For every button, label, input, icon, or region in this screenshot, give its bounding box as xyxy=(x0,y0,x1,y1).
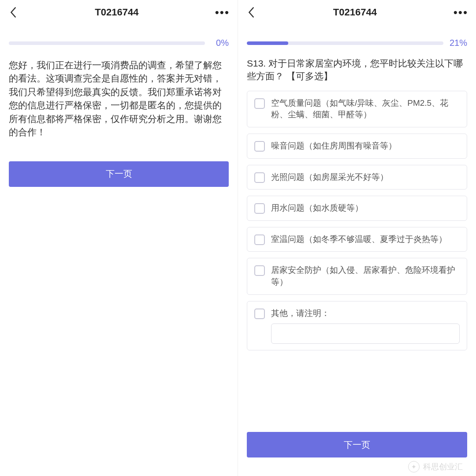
header: T0216744 ••• xyxy=(238,0,476,25)
watermark-text: 科思创业汇 xyxy=(423,461,463,472)
option-item[interactable]: 用水问题（如水质硬等） xyxy=(247,196,467,221)
page-title: T0216744 xyxy=(95,7,138,18)
watermark: ✦ 科思创业汇 xyxy=(408,461,463,472)
back-icon[interactable] xyxy=(246,7,257,18)
header: T0216744 ••• xyxy=(0,0,238,25)
option-label: 居家安全防护（如入侵、居家看护、危险环境看护等） xyxy=(271,264,460,288)
back-icon[interactable] xyxy=(8,7,19,18)
checkbox-icon[interactable] xyxy=(254,172,265,183)
option-item-other[interactable]: 其他，请注明： xyxy=(247,301,467,351)
option-item[interactable]: 室温问题（如冬季不够温暖、夏季过于炎热等） xyxy=(247,227,467,252)
survey-panel-question: T0216744 ••• 21% S13. 对于日常家居室内环境，您平时比较关注… xyxy=(238,0,476,476)
option-item[interactable]: 居家安全防护（如入侵、居家看护、危险环境看护等） xyxy=(247,258,467,294)
progress-percent: 21% xyxy=(448,38,467,48)
option-list: 空气质量问题（如气味/异味、灰尘、PM2.5、花粉、尘螨、细菌、甲醛等） 噪音问… xyxy=(238,83,476,350)
more-icon[interactable]: ••• xyxy=(215,6,230,19)
question-text: S13. 对于日常家居室内环境，您平时比较关注以下哪些方面？ 【可多选】 xyxy=(238,52,476,83)
option-label: 光照问题（如房屋采光不好等） xyxy=(271,171,388,183)
wechat-icon: ✦ xyxy=(408,461,420,472)
option-item[interactable]: 噪音问题（如住房周围有噪音等） xyxy=(247,134,467,159)
option-label: 其他，请注明： xyxy=(271,308,330,320)
next-button[interactable]: 下一页 xyxy=(247,432,467,457)
checkbox-icon[interactable] xyxy=(254,203,265,214)
more-icon[interactable]: ••• xyxy=(454,6,468,19)
option-label: 用水问题（如水质硬等） xyxy=(271,202,363,214)
option-label: 室温问题（如冬季不够温暖、夏季过于炎热等） xyxy=(271,234,447,245)
checkbox-icon[interactable] xyxy=(254,98,265,109)
next-button[interactable]: 下一页 xyxy=(9,161,229,187)
intro-text: 您好，我们正在进行一项消费品的调查，希望了解您的看法。这项调查完全是自愿性的，答… xyxy=(0,52,238,139)
progress-percent: 0% xyxy=(209,38,229,48)
checkbox-icon[interactable] xyxy=(254,141,265,152)
progress: 21% xyxy=(238,25,476,52)
progress-bar xyxy=(247,41,443,45)
progress-bar xyxy=(9,41,205,45)
other-input[interactable] xyxy=(271,324,460,344)
survey-panel-intro: T0216744 ••• 0% 您好，我们正在进行一项消费品的调查，希望了解您的… xyxy=(0,0,238,476)
page-title: T0216744 xyxy=(333,7,377,18)
bottom-bar: 下一页 xyxy=(238,432,476,457)
option-label: 空气质量问题（如气味/异味、灰尘、PM2.5、花粉、尘螨、细菌、甲醛等） xyxy=(271,97,460,121)
checkbox-icon[interactable] xyxy=(254,309,265,319)
progress-fill xyxy=(247,41,288,45)
checkbox-icon[interactable] xyxy=(254,234,265,245)
progress: 0% xyxy=(0,25,238,52)
option-item[interactable]: 光照问题（如房屋采光不好等） xyxy=(247,165,467,190)
option-label: 噪音问题（如住房周围有噪音等） xyxy=(271,140,397,152)
checkbox-icon[interactable] xyxy=(254,265,265,276)
option-item[interactable]: 空气质量问题（如气味/异味、灰尘、PM2.5、花粉、尘螨、细菌、甲醛等） xyxy=(247,91,467,127)
